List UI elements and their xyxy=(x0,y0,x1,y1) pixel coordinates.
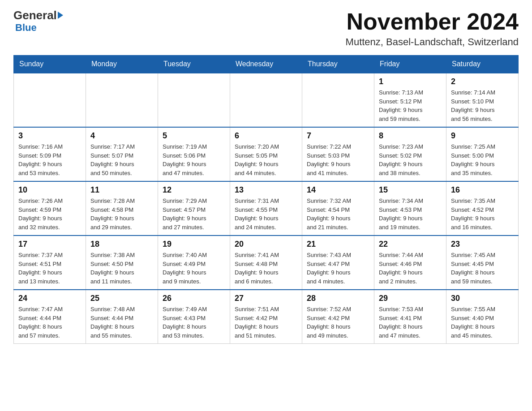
day-info: Sunrise: 7:17 AMSunset: 5:07 PMDaylight:… xyxy=(90,142,153,177)
header-thursday: Thursday xyxy=(302,56,374,73)
calendar-cell: 23Sunrise: 7:45 AMSunset: 4:45 PMDayligh… xyxy=(446,235,519,290)
day-number: 1 xyxy=(379,77,442,86)
calendar-cell: 17Sunrise: 7:37 AMSunset: 4:51 PMDayligh… xyxy=(14,235,86,290)
day-number: 5 xyxy=(163,131,225,141)
day-number: 8 xyxy=(379,131,442,141)
calendar-cell: 9Sunrise: 7:25 AMSunset: 5:00 PMDaylight… xyxy=(446,127,519,181)
page-header: General Blue November 2024 Muttenz, Base… xyxy=(13,9,519,48)
calendar-cell: 6Sunrise: 7:20 AMSunset: 5:05 PMDaylight… xyxy=(230,127,302,181)
calendar-week-row: 10Sunrise: 7:26 AMSunset: 4:59 PMDayligh… xyxy=(14,181,519,235)
calendar-cell: 15Sunrise: 7:34 AMSunset: 4:53 PMDayligh… xyxy=(374,181,446,235)
day-number: 22 xyxy=(379,240,442,249)
day-info: Sunrise: 7:28 AMSunset: 4:58 PMDaylight:… xyxy=(90,197,153,231)
day-info: Sunrise: 7:53 AMSunset: 4:41 PMDaylight:… xyxy=(379,305,442,340)
day-info: Sunrise: 7:31 AMSunset: 4:55 PMDaylight:… xyxy=(235,197,297,231)
day-number: 27 xyxy=(235,294,297,303)
calendar-cell: 21Sunrise: 7:43 AMSunset: 4:47 PMDayligh… xyxy=(302,235,374,290)
calendar-cell: 10Sunrise: 7:26 AMSunset: 4:59 PMDayligh… xyxy=(14,181,86,235)
header-wednesday: Wednesday xyxy=(230,56,302,73)
calendar-cell: 16Sunrise: 7:35 AMSunset: 4:52 PMDayligh… xyxy=(446,181,519,235)
day-number: 11 xyxy=(90,185,153,195)
calendar-cell: 25Sunrise: 7:48 AMSunset: 4:44 PMDayligh… xyxy=(86,290,158,344)
calendar-cell xyxy=(158,73,230,127)
day-info: Sunrise: 7:48 AMSunset: 4:44 PMDaylight:… xyxy=(90,305,153,340)
calendar-cell: 28Sunrise: 7:52 AMSunset: 4:42 PMDayligh… xyxy=(302,290,374,344)
day-info: Sunrise: 7:44 AMSunset: 4:46 PMDaylight:… xyxy=(379,251,442,286)
day-info: Sunrise: 7:19 AMSunset: 5:06 PMDaylight:… xyxy=(163,142,225,177)
day-number: 16 xyxy=(451,185,514,195)
day-info: Sunrise: 7:43 AMSunset: 4:47 PMDaylight:… xyxy=(307,251,369,286)
calendar-cell: 14Sunrise: 7:32 AMSunset: 4:54 PMDayligh… xyxy=(302,181,374,235)
day-info: Sunrise: 7:26 AMSunset: 4:59 PMDaylight:… xyxy=(18,197,81,231)
calendar-cell xyxy=(86,73,158,127)
day-info: Sunrise: 7:45 AMSunset: 4:45 PMDaylight:… xyxy=(451,251,514,286)
day-number: 30 xyxy=(451,294,514,303)
day-number: 28 xyxy=(307,294,369,303)
day-number: 18 xyxy=(90,240,153,249)
day-info: Sunrise: 7:25 AMSunset: 5:00 PMDaylight:… xyxy=(451,142,514,177)
calendar-cell xyxy=(302,73,374,127)
calendar-cell xyxy=(230,73,302,127)
calendar-cell: 7Sunrise: 7:22 AMSunset: 5:03 PMDaylight… xyxy=(302,127,374,181)
logo-general: General xyxy=(13,9,57,22)
logo-blue: Blue xyxy=(15,22,37,34)
calendar-week-row: 1Sunrise: 7:13 AMSunset: 5:12 PMDaylight… xyxy=(14,73,519,127)
day-number: 3 xyxy=(18,131,81,141)
calendar-cell: 27Sunrise: 7:51 AMSunset: 4:42 PMDayligh… xyxy=(230,290,302,344)
header-monday: Monday xyxy=(86,56,158,73)
day-info: Sunrise: 7:47 AMSunset: 4:44 PMDaylight:… xyxy=(18,305,81,340)
calendar-cell: 29Sunrise: 7:53 AMSunset: 4:41 PMDayligh… xyxy=(374,290,446,344)
day-number: 7 xyxy=(307,131,369,141)
day-number: 15 xyxy=(379,185,442,195)
header-sunday: Sunday xyxy=(14,56,86,73)
day-number: 9 xyxy=(451,131,514,141)
day-info: Sunrise: 7:55 AMSunset: 4:40 PMDaylight:… xyxy=(451,305,514,340)
calendar-cell: 24Sunrise: 7:47 AMSunset: 4:44 PMDayligh… xyxy=(14,290,86,344)
day-number: 6 xyxy=(235,131,297,141)
header-tuesday: Tuesday xyxy=(158,56,230,73)
day-number: 2 xyxy=(451,77,514,86)
calendar-month-year: November 2024 xyxy=(346,9,519,34)
calendar-week-row: 3Sunrise: 7:16 AMSunset: 5:09 PMDaylight… xyxy=(14,127,519,181)
calendar-location: Muttenz, Basel-Landschaft, Switzerland xyxy=(346,36,519,48)
day-info: Sunrise: 7:16 AMSunset: 5:09 PMDaylight:… xyxy=(18,142,81,177)
day-info: Sunrise: 7:38 AMSunset: 4:50 PMDaylight:… xyxy=(90,251,153,286)
calendar-cell: 26Sunrise: 7:49 AMSunset: 4:43 PMDayligh… xyxy=(158,290,230,344)
calendar-cell: 18Sunrise: 7:38 AMSunset: 4:50 PMDayligh… xyxy=(86,235,158,290)
day-info: Sunrise: 7:37 AMSunset: 4:51 PMDaylight:… xyxy=(18,251,81,286)
calendar-cell: 22Sunrise: 7:44 AMSunset: 4:46 PMDayligh… xyxy=(374,235,446,290)
day-number: 24 xyxy=(18,294,81,303)
calendar-cell: 5Sunrise: 7:19 AMSunset: 5:06 PMDaylight… xyxy=(158,127,230,181)
day-number: 21 xyxy=(307,240,369,249)
calendar-cell: 12Sunrise: 7:29 AMSunset: 4:57 PMDayligh… xyxy=(158,181,230,235)
calendar-header-row: Sunday Monday Tuesday Wednesday Thursday… xyxy=(14,56,519,73)
calendar-cell: 11Sunrise: 7:28 AMSunset: 4:58 PMDayligh… xyxy=(86,181,158,235)
calendar-table: Sunday Monday Tuesday Wednesday Thursday… xyxy=(13,55,519,344)
day-number: 12 xyxy=(163,185,225,195)
calendar-week-row: 17Sunrise: 7:37 AMSunset: 4:51 PMDayligh… xyxy=(14,235,519,290)
day-info: Sunrise: 7:14 AMSunset: 5:10 PMDaylight:… xyxy=(451,88,514,123)
logo: General Blue xyxy=(13,9,63,34)
day-number: 10 xyxy=(18,185,81,195)
calendar-cell: 1Sunrise: 7:13 AMSunset: 5:12 PMDaylight… xyxy=(374,73,446,127)
day-number: 19 xyxy=(163,240,225,249)
calendar-cell: 2Sunrise: 7:14 AMSunset: 5:10 PMDaylight… xyxy=(446,73,519,127)
logo-arrow-icon xyxy=(58,12,63,19)
calendar-cell: 3Sunrise: 7:16 AMSunset: 5:09 PMDaylight… xyxy=(14,127,86,181)
calendar-cell: 30Sunrise: 7:55 AMSunset: 4:40 PMDayligh… xyxy=(446,290,519,344)
day-number: 29 xyxy=(379,294,442,303)
calendar-cell: 8Sunrise: 7:23 AMSunset: 5:02 PMDaylight… xyxy=(374,127,446,181)
header-friday: Friday xyxy=(374,56,446,73)
day-number: 20 xyxy=(235,240,297,249)
day-info: Sunrise: 7:40 AMSunset: 4:49 PMDaylight:… xyxy=(163,251,225,286)
calendar-cell: 20Sunrise: 7:41 AMSunset: 4:48 PMDayligh… xyxy=(230,235,302,290)
day-info: Sunrise: 7:41 AMSunset: 4:48 PMDaylight:… xyxy=(235,251,297,286)
header-saturday: Saturday xyxy=(446,56,519,73)
day-info: Sunrise: 7:49 AMSunset: 4:43 PMDaylight:… xyxy=(163,305,225,340)
calendar-week-row: 24Sunrise: 7:47 AMSunset: 4:44 PMDayligh… xyxy=(14,290,519,344)
day-number: 4 xyxy=(90,131,153,141)
day-info: Sunrise: 7:32 AMSunset: 4:54 PMDaylight:… xyxy=(307,197,369,231)
day-info: Sunrise: 7:22 AMSunset: 5:03 PMDaylight:… xyxy=(307,142,369,177)
day-info: Sunrise: 7:29 AMSunset: 4:57 PMDaylight:… xyxy=(163,197,225,231)
day-number: 17 xyxy=(18,240,81,249)
